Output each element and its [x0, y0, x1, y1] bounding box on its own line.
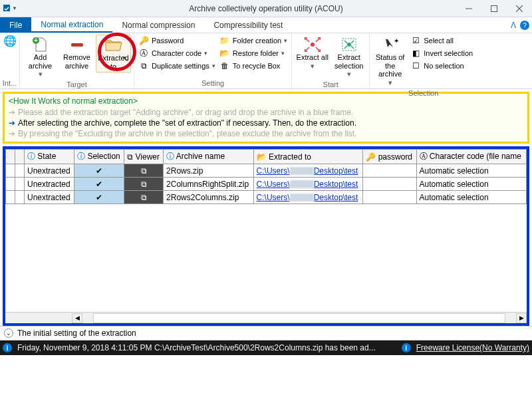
- intro-group-label: Int...: [1, 79, 18, 87]
- add-archive-button[interactable]: + Add archive▾: [23, 35, 58, 80]
- svg-line-9: [306, 39, 309, 42]
- add-file-icon: +: [31, 36, 50, 53]
- svg-rect-0: [3, 5, 10, 11]
- folder-creation-button[interactable]: 📁Folder creation: [218, 35, 289, 47]
- status-message: Friday, November 9, 2018 4:11:05 PM C:\A…: [17, 343, 376, 352]
- viewer-cell[interactable]: ⧉: [124, 178, 164, 191]
- qat-dropdown[interactable]: ▼: [0, 4, 20, 13]
- window-title: Archive collectively operation utility (…: [0, 4, 532, 13]
- group-target: + Add archive▾ Remove archive Extracted …: [20, 33, 134, 88]
- svg-text:+: +: [34, 37, 38, 44]
- archive-grid-frame: ⓘ State ⓘ Selection ⧉ Viewer ⓘ Archive n…: [3, 146, 529, 326]
- expand-icon: [303, 36, 322, 53]
- col-selection: ⓘ Selection: [74, 150, 124, 164]
- chevron-down-icon: ⌄: [4, 329, 13, 338]
- extract-all-button[interactable]: Extract all▾: [295, 35, 330, 71]
- select-all-button[interactable]: ☑Select all: [409, 35, 474, 47]
- cursor-sparkle-icon: ✦: [381, 36, 400, 53]
- svg-point-8: [311, 43, 315, 47]
- ribbon: 🌐 Int... + Add archive▾ Remove archive: [0, 33, 532, 89]
- table-row[interactable]: Unextracted✔⧉2Rows2Columns.zipC:\Users\D…: [6, 191, 527, 204]
- info-icon: i: [3, 343, 12, 352]
- svg-line-15: [344, 41, 347, 43]
- license-link[interactable]: Freeware License(No Warranty): [416, 343, 529, 352]
- no-selection-button[interactable]: ☐No selection: [409, 60, 474, 72]
- path-link[interactable]: Desktop\test: [314, 166, 358, 176]
- collapse-ribbon-icon[interactable]: ᐱ: [511, 21, 516, 30]
- scroll-right-button[interactable]: ▶: [516, 313, 527, 323]
- selection-cell[interactable]: ✔: [74, 191, 124, 204]
- group-start: Extract all▾ Extract selection▾ Start: [292, 33, 370, 88]
- invert-icon: ◧: [410, 48, 421, 59]
- col-password: 🔑 password: [363, 150, 416, 164]
- password-icon: 🔑: [138, 35, 149, 46]
- tab-file[interactable]: File: [0, 17, 31, 33]
- path-link[interactable]: C:\Users\: [257, 166, 290, 176]
- extracted-to-button[interactable]: Extracted to ↖: [96, 35, 131, 72]
- svg-line-18: [351, 46, 354, 49]
- svg-line-12: [316, 47, 319, 51]
- tab-bar: File Normal extraction Normal compressio…: [0, 17, 532, 33]
- svg-rect-7: [71, 43, 83, 47]
- encoding-icon: Ⓐ: [138, 48, 149, 59]
- col-state: ⓘ State: [25, 150, 74, 164]
- remove-archive-button[interactable]: Remove archive: [59, 35, 94, 71]
- folder-restore-icon: 📂: [219, 48, 230, 59]
- svg-line-11: [306, 47, 309, 51]
- col-charcode: Ⓐ Character code (file name: [416, 150, 526, 164]
- col-viewer: ⧉ Viewer: [124, 150, 164, 164]
- recycle-box-button[interactable]: 🗑To recycle Box: [218, 60, 289, 72]
- minimize-button[interactable]: [456, 0, 481, 17]
- selection-cell[interactable]: ✔: [74, 164, 124, 178]
- title-bar: ▼ Archive collectively operation utility…: [0, 0, 532, 17]
- svg-line-16: [351, 41, 354, 43]
- help-icon[interactable]: ?: [520, 21, 529, 30]
- close-button[interactable]: [507, 0, 532, 17]
- start-group-label: Start: [295, 80, 366, 89]
- globe-icon[interactable]: 🌐: [1, 35, 18, 47]
- path-link[interactable]: Desktop\test: [314, 193, 358, 202]
- howto-header: <How It Works of normal extraction>: [9, 96, 523, 106]
- path-link[interactable]: C:\Users\: [257, 180, 290, 189]
- tab-normal-extraction[interactable]: Normal extraction: [31, 17, 112, 33]
- path-link[interactable]: C:\Users\: [257, 193, 290, 202]
- initial-setting-expander[interactable]: ⌄ The initial setting of the extraction: [0, 326, 532, 340]
- scroll-left-button[interactable]: ◀: [72, 313, 82, 323]
- status-of-archive-button[interactable]: ✦ Status of the archive▾: [372, 35, 408, 88]
- archive-grid[interactable]: ⓘ State ⓘ Selection ⧉ Viewer ⓘ Archive n…: [5, 149, 527, 312]
- table-row[interactable]: Unextracted✔⧉2ColumnsRightSplit.zipC:\Us…: [6, 178, 527, 191]
- table-row[interactable]: Unextracted✔⧉2Rows.zipC:\Users\Desktop\t…: [6, 164, 527, 178]
- duplicate-settings-button[interactable]: ⧉Duplicate settings: [137, 60, 217, 72]
- target-group-label: Target: [23, 80, 131, 89]
- password-button[interactable]: 🔑Password: [137, 35, 217, 47]
- howto-panel: <How It Works of normal extraction> ➔Ple…: [3, 92, 529, 144]
- recycle-icon: 🗑: [219, 61, 230, 71]
- howto-step-2: ➔After selecting the archive, complete t…: [9, 118, 523, 128]
- svg-rect-2: [491, 6, 497, 12]
- maximize-button[interactable]: [481, 0, 507, 17]
- viewer-cell[interactable]: ⧉: [124, 164, 164, 178]
- svg-text:✦: ✦: [394, 37, 399, 45]
- restore-folder-button[interactable]: 📂Restore folder: [218, 47, 289, 59]
- selection-group-label: Selection: [372, 88, 474, 98]
- viewer-cell[interactable]: ⧉: [124, 191, 164, 204]
- extract-selection-button[interactable]: Extract selection▾: [331, 35, 366, 80]
- tab-normal-compression[interactable]: Normal compression: [112, 17, 204, 33]
- status-bar: i Friday, November 9, 2018 4:11:05 PM C:…: [0, 340, 532, 355]
- path-link[interactable]: Desktop\test: [314, 180, 358, 189]
- invert-selection-button[interactable]: ◧Invert selection: [409, 47, 474, 59]
- clear-selection-icon: ☐: [410, 61, 421, 71]
- howto-step-3: ➔By pressing the "Excluding the archive …: [9, 128, 523, 139]
- svg-line-10: [316, 39, 319, 42]
- expand-selection-icon: [340, 36, 358, 53]
- group-setting: 🔑Password ⒶCharacter code ⧉Duplicate set…: [134, 33, 292, 88]
- horizontal-scrollbar[interactable]: ◀ ▶: [5, 312, 527, 323]
- col-extracted-to: 📂 Extracted to: [253, 150, 363, 164]
- tab-compressibility-test[interactable]: Compressibility test: [204, 17, 292, 33]
- select-all-icon: ☑: [410, 35, 421, 46]
- character-code-button[interactable]: ⒶCharacter code: [137, 47, 217, 59]
- svg-point-14: [347, 43, 351, 47]
- selection-cell[interactable]: ✔: [74, 178, 124, 191]
- col-archive-name: ⓘ Archive name: [164, 150, 254, 164]
- group-selection: ✦ Status of the archive▾ ☑Select all ◧In…: [370, 33, 477, 88]
